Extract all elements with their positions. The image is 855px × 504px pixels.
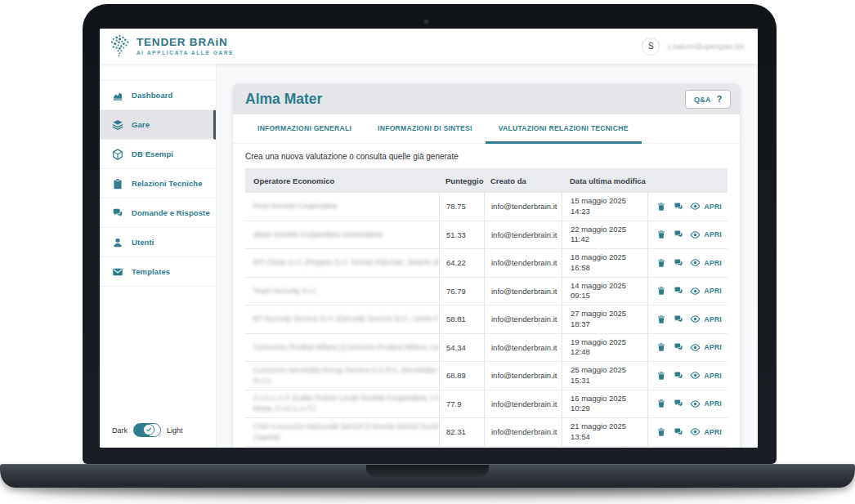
date-text: 18 maggio 2025 xyxy=(571,252,647,262)
open-button[interactable]: APRI xyxy=(690,399,722,409)
delete-icon[interactable] xyxy=(656,286,666,296)
eye-icon xyxy=(690,314,701,324)
row-actions: APRI xyxy=(647,334,727,362)
comments-icon[interactable] xyxy=(674,286,683,296)
comments-icon[interactable] xyxy=(674,230,683,239)
theme-toggle[interactable] xyxy=(133,423,161,437)
creator-cell: info@tenderbrain.it xyxy=(484,193,562,221)
operator-name-blurred-line2: Mista, C.I.C.L.A.T.) xyxy=(253,404,439,414)
open-button[interactable]: APRI xyxy=(690,286,722,297)
sidebar-nav: Dashboard Gare DB Esempi Relazioni Tecni… xyxy=(100,80,216,287)
col-operatore-economico: Operatore Economico xyxy=(245,176,439,185)
clipboard-icon xyxy=(112,178,123,190)
date-text: 15 maggio 2025 xyxy=(571,196,647,206)
open-button[interactable]: APRI xyxy=(690,342,722,353)
operator-cell: Consorzio Prodest Milano (Consorzio Prod… xyxy=(245,334,439,362)
creator-cell: info@tenderbrain.it xyxy=(484,390,562,418)
user-email-blurred[interactable]: s.baboni@opengate.biz xyxy=(667,42,745,51)
table-row: Consorzio Sicuritalia Group Service S.C.… xyxy=(245,362,727,390)
tab-informazioni-di-sintesi[interactable]: INFORMAZIONI DI SINTESI xyxy=(365,114,486,144)
open-button-label: APRI xyxy=(704,372,722,380)
time-text: 10:29 xyxy=(571,404,647,413)
open-button[interactable]: APRI xyxy=(690,426,722,437)
page-header-band: Alma Mater Q&A ? xyxy=(233,84,740,114)
creator-cell: info@tenderbrain.it xyxy=(484,418,562,446)
operator-name-blurred-line2: Coprea) xyxy=(253,432,439,443)
app-topbar: TENDER BRAiN AI APPLICATA ALLE GARE S s.… xyxy=(100,29,758,64)
table-header-row: Operatore Economico Punteggio Creato da … xyxy=(245,168,727,193)
open-button[interactable]: APRI xyxy=(690,314,722,324)
open-button[interactable]: APRI xyxy=(690,370,722,381)
date-text: 27 maggio 2025 xyxy=(571,309,647,319)
brand-logo[interactable]: TENDER BRAiN AI APPLICATA ALLE GARE xyxy=(110,33,234,59)
eye-icon xyxy=(690,399,701,409)
operator-cell: CNS Consorzio Nazionale Servizi (Formula… xyxy=(245,418,439,446)
open-button-label: APRI xyxy=(704,287,722,295)
sidebar-item-label: Dashboard xyxy=(132,91,173,100)
table-row: BTI Clean S.r.l. (Pegaso S.r.l. Servizi … xyxy=(245,249,727,278)
table-body: Real Società Cooperativa 78.75 info@tend… xyxy=(245,193,727,447)
laptop-screen: TENDER BRAiN AI APPLICATA ALLE GARE S s.… xyxy=(100,29,758,448)
open-button-label: APRI xyxy=(704,343,722,351)
sidebar-item-gare[interactable]: Gare xyxy=(100,110,216,140)
comments-icon[interactable] xyxy=(674,427,683,437)
sidebar-item-relazioni-tecniche[interactable]: Relazioni Tecniche xyxy=(100,169,216,198)
table-row: Consorzio Prodest Milano (Consorzio Prod… xyxy=(245,334,727,363)
time-text: 12:48 xyxy=(571,347,647,357)
operator-cell: Real Società Cooperativa xyxy=(245,193,439,221)
sidebar-item-dashboard[interactable]: Dashboard xyxy=(100,81,216,110)
sidebar-item-templates[interactable]: Templates xyxy=(100,257,216,287)
date-text: 21 maggio 2025 xyxy=(571,421,647,431)
delete-icon[interactable] xyxy=(656,258,666,268)
page-title: Alma Mater xyxy=(245,91,322,108)
delete-icon[interactable] xyxy=(656,371,666,381)
score-cell: 51.33 xyxy=(439,221,484,249)
delete-icon[interactable] xyxy=(656,427,666,437)
operator-name-blurred: Ideas Società Cooperativa Universitaria xyxy=(253,230,439,240)
avatar[interactable]: S xyxy=(642,38,660,56)
comments-icon[interactable] xyxy=(674,314,683,324)
row-actions: APRI xyxy=(647,306,727,333)
tab-informazioni-generali[interactable]: INFORMAZIONI GENERALI xyxy=(244,114,365,144)
sidebar-item-label: Templates xyxy=(132,267,170,276)
open-button-label: APRI xyxy=(704,203,722,211)
delete-icon[interactable] xyxy=(656,230,666,239)
delete-icon[interactable] xyxy=(656,399,666,408)
comments-icon[interactable] xyxy=(674,371,683,381)
delete-icon[interactable] xyxy=(656,202,666,212)
open-button[interactable]: APRI xyxy=(690,201,722,212)
light-label: Light xyxy=(167,426,183,435)
sidebar-item-db-esempi[interactable]: DB Esempi xyxy=(100,140,216,169)
open-button[interactable]: APRI xyxy=(690,230,722,240)
tab-valutazioni-relazioni-tecniche[interactable]: VALUTAZIONI RELAZIONI TECNICHE xyxy=(486,114,642,144)
operator-name-blurred: Consorzio Sicuritalia Group Service S.C.… xyxy=(253,365,439,376)
col-punteggio: Punteggio xyxy=(439,176,484,185)
app-body: Dashboard Gare DB Esempi Relazioni Tecni… xyxy=(100,64,758,448)
comments-icon[interactable] xyxy=(674,202,683,212)
sidebar-item-domande-e-risposte[interactable]: Domande e Risposte xyxy=(100,198,216,228)
check-icon xyxy=(145,426,152,433)
comments-icon[interactable] xyxy=(674,258,683,268)
evaluations-table: Operatore Economico Punteggio Creato da … xyxy=(245,168,727,447)
user-icon xyxy=(112,237,123,248)
creator-cell: info@tenderbrain.it xyxy=(484,334,562,362)
delete-icon[interactable] xyxy=(656,314,666,324)
laptop-base-notch xyxy=(366,465,489,477)
open-button[interactable]: APRI xyxy=(690,257,722,268)
eye-icon xyxy=(690,342,701,353)
comments-icon[interactable] xyxy=(674,399,683,408)
dark-label: Dark xyxy=(112,426,128,435)
qa-button-label: Q&A xyxy=(694,96,711,104)
brand-tagline: AI APPLICATA ALLE GARE xyxy=(137,50,234,56)
date-cell: 22 maggio 2025 11:42 xyxy=(562,221,647,249)
box-icon xyxy=(112,149,123,160)
chats-icon xyxy=(112,207,123,219)
qa-button[interactable]: Q&A ? xyxy=(685,90,731,109)
comments-icon[interactable] xyxy=(674,342,683,352)
delete-icon[interactable] xyxy=(656,342,666,352)
date-text: 16 maggio 2025 xyxy=(571,394,647,404)
date-text: 25 maggio 2025 xyxy=(571,365,647,375)
main-area: Alma Mater Q&A ? INFORMAZIONI GENERALI I… xyxy=(217,64,758,448)
sidebar-item-utenti[interactable]: Utenti xyxy=(100,228,216,257)
sidebar-item-label: Gare xyxy=(132,120,150,129)
